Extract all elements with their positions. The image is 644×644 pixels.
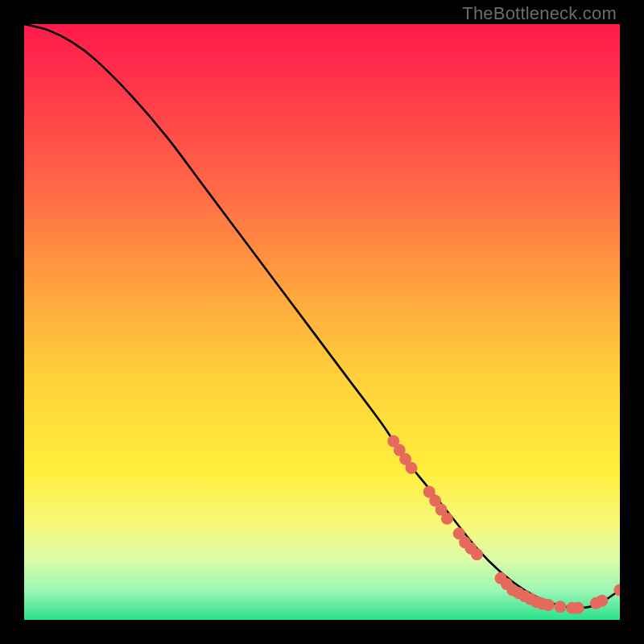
marker-point: [441, 513, 453, 525]
marker-point: [555, 601, 567, 613]
marker-point: [596, 595, 608, 607]
chart-stage: TheBottleneck.com: [0, 0, 644, 644]
marker-point: [572, 602, 584, 614]
marker-point: [471, 548, 483, 560]
marker-point: [406, 462, 418, 474]
watermark-text: TheBottleneck.com: [462, 3, 617, 24]
bottleneck-chart: [24, 24, 620, 620]
plot-background: [24, 24, 620, 620]
marker-point: [543, 599, 555, 611]
